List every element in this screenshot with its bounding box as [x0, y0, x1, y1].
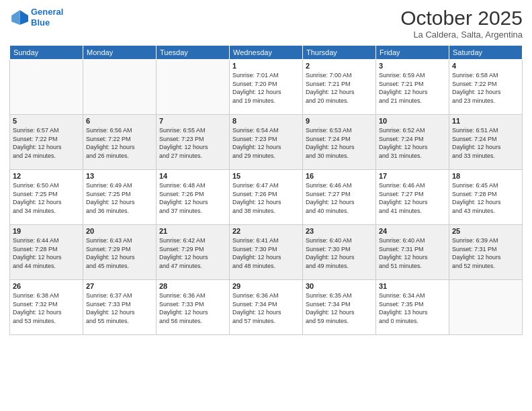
day-info: Sunrise: 6:45 AM Sunset: 7:28 PM Dayligh…	[452, 181, 519, 215]
day-info: Sunrise: 7:00 AM Sunset: 7:21 PM Dayligh…	[306, 71, 373, 105]
day-info: Sunrise: 6:53 AM Sunset: 7:24 PM Dayligh…	[306, 126, 373, 160]
calendar-cell: 3Sunrise: 6:59 AM Sunset: 7:21 PM Daylig…	[376, 60, 449, 115]
weekday-tuesday: Tuesday	[157, 46, 230, 60]
day-info: Sunrise: 6:34 AM Sunset: 7:35 PM Dayligh…	[379, 291, 446, 325]
day-info: Sunrise: 6:50 AM Sunset: 7:25 PM Dayligh…	[13, 181, 80, 215]
calendar-cell: 22Sunrise: 6:41 AM Sunset: 7:30 PM Dayli…	[230, 225, 303, 280]
calendar-cell: 14Sunrise: 6:48 AM Sunset: 7:26 PM Dayli…	[157, 170, 230, 225]
day-number: 28	[159, 282, 226, 290]
logo: General Blue	[9, 7, 63, 28]
day-info: Sunrise: 6:55 AM Sunset: 7:23 PM Dayligh…	[159, 126, 226, 160]
day-number: 7	[159, 117, 226, 125]
day-info: Sunrise: 6:44 AM Sunset: 7:28 PM Dayligh…	[13, 236, 80, 270]
calendar-cell: 11Sunrise: 6:51 AM Sunset: 7:24 PM Dayli…	[449, 115, 523, 170]
page: General Blue October 2025 La Caldera, Sa…	[0, 0, 532, 411]
calendar-cell: 25Sunrise: 6:39 AM Sunset: 7:31 PM Dayli…	[449, 225, 523, 280]
location: La Caldera, Salta, Argentina	[400, 30, 523, 40]
calendar-cell: 23Sunrise: 6:40 AM Sunset: 7:30 PM Dayli…	[303, 225, 376, 280]
calendar-cell: 9Sunrise: 6:53 AM Sunset: 7:24 PM Daylig…	[303, 115, 376, 170]
logo-icon	[9, 8, 28, 27]
header: General Blue October 2025 La Caldera, Sa…	[9, 7, 523, 40]
day-info: Sunrise: 6:47 AM Sunset: 7:26 PM Dayligh…	[232, 181, 300, 215]
weekday-thursday: Thursday	[303, 46, 376, 60]
calendar-cell: 21Sunrise: 6:42 AM Sunset: 7:29 PM Dayli…	[157, 225, 230, 280]
weekday-friday: Friday	[376, 46, 449, 60]
calendar-cell: 8Sunrise: 6:54 AM Sunset: 7:23 PM Daylig…	[230, 115, 303, 170]
day-number: 11	[452, 117, 519, 125]
day-info: Sunrise: 6:58 AM Sunset: 7:22 PM Dayligh…	[452, 71, 519, 105]
calendar-cell: 13Sunrise: 6:49 AM Sunset: 7:25 PM Dayli…	[83, 170, 157, 225]
calendar-week-5: 26Sunrise: 6:38 AM Sunset: 7:32 PM Dayli…	[10, 280, 523, 335]
day-info: Sunrise: 6:42 AM Sunset: 7:29 PM Dayligh…	[159, 236, 226, 270]
logo-text: General Blue	[31, 7, 63, 28]
day-number: 18	[452, 172, 519, 180]
day-info: Sunrise: 6:41 AM Sunset: 7:30 PM Dayligh…	[232, 236, 300, 270]
calendar-cell: 15Sunrise: 6:47 AM Sunset: 7:26 PM Dayli…	[230, 170, 303, 225]
day-info: Sunrise: 6:40 AM Sunset: 7:31 PM Dayligh…	[379, 236, 446, 270]
day-number: 12	[13, 172, 80, 180]
day-number: 5	[13, 117, 80, 125]
calendar-cell: 27Sunrise: 6:37 AM Sunset: 7:33 PM Dayli…	[83, 280, 157, 335]
day-number: 13	[86, 172, 153, 180]
calendar-cell: 1Sunrise: 7:01 AM Sunset: 7:20 PM Daylig…	[230, 60, 303, 115]
calendar-cell	[449, 280, 523, 335]
weekday-sunday: Sunday	[10, 46, 83, 60]
day-number: 9	[306, 117, 373, 125]
day-info: Sunrise: 6:49 AM Sunset: 7:25 PM Dayligh…	[86, 181, 153, 215]
day-info: Sunrise: 6:37 AM Sunset: 7:33 PM Dayligh…	[86, 291, 153, 325]
day-info: Sunrise: 6:35 AM Sunset: 7:34 PM Dayligh…	[306, 291, 373, 325]
calendar-cell: 28Sunrise: 6:36 AM Sunset: 7:33 PM Dayli…	[157, 280, 230, 335]
day-info: Sunrise: 6:36 AM Sunset: 7:33 PM Dayligh…	[159, 291, 226, 325]
header-right: October 2025 La Caldera, Salta, Argentin…	[400, 7, 523, 40]
svg-marker-0	[20, 10, 28, 25]
calendar-week-2: 5Sunrise: 6:57 AM Sunset: 7:22 PM Daylig…	[10, 115, 523, 170]
day-number: 16	[306, 172, 373, 180]
calendar-cell: 16Sunrise: 6:46 AM Sunset: 7:27 PM Dayli…	[303, 170, 376, 225]
day-number: 31	[379, 282, 446, 290]
calendar-cell: 20Sunrise: 6:43 AM Sunset: 7:29 PM Dayli…	[83, 225, 157, 280]
calendar-cell	[157, 60, 230, 115]
month-title: October 2025	[400, 7, 523, 30]
calendar-cell: 30Sunrise: 6:35 AM Sunset: 7:34 PM Dayli…	[303, 280, 376, 335]
calendar-cell: 17Sunrise: 6:46 AM Sunset: 7:27 PM Dayli…	[376, 170, 449, 225]
day-info: Sunrise: 6:38 AM Sunset: 7:32 PM Dayligh…	[13, 291, 80, 325]
calendar-cell: 12Sunrise: 6:50 AM Sunset: 7:25 PM Dayli…	[10, 170, 83, 225]
day-number: 29	[232, 282, 300, 290]
calendar-cell: 24Sunrise: 6:40 AM Sunset: 7:31 PM Dayli…	[376, 225, 449, 280]
day-info: Sunrise: 6:48 AM Sunset: 7:26 PM Dayligh…	[159, 181, 226, 215]
day-info: Sunrise: 6:56 AM Sunset: 7:22 PM Dayligh…	[86, 126, 153, 160]
calendar-cell: 10Sunrise: 6:52 AM Sunset: 7:24 PM Dayli…	[376, 115, 449, 170]
calendar-cell: 29Sunrise: 6:36 AM Sunset: 7:34 PM Dayli…	[230, 280, 303, 335]
calendar-cell: 4Sunrise: 6:58 AM Sunset: 7:22 PM Daylig…	[449, 60, 523, 115]
day-number: 19	[13, 227, 80, 235]
day-number: 8	[232, 117, 300, 125]
day-info: Sunrise: 6:52 AM Sunset: 7:24 PM Dayligh…	[379, 126, 446, 160]
calendar-cell: 31Sunrise: 6:34 AM Sunset: 7:35 PM Dayli…	[376, 280, 449, 335]
day-info: Sunrise: 6:43 AM Sunset: 7:29 PM Dayligh…	[86, 236, 153, 270]
calendar-cell: 18Sunrise: 6:45 AM Sunset: 7:28 PM Dayli…	[449, 170, 523, 225]
day-number: 26	[13, 282, 80, 290]
calendar-week-1: 1Sunrise: 7:01 AM Sunset: 7:20 PM Daylig…	[10, 60, 523, 115]
day-info: Sunrise: 6:39 AM Sunset: 7:31 PM Dayligh…	[452, 236, 519, 270]
calendar-week-3: 12Sunrise: 6:50 AM Sunset: 7:25 PM Dayli…	[10, 170, 523, 225]
day-info: Sunrise: 6:46 AM Sunset: 7:27 PM Dayligh…	[379, 181, 446, 215]
calendar-cell: 7Sunrise: 6:55 AM Sunset: 7:23 PM Daylig…	[157, 115, 230, 170]
day-number: 1	[232, 62, 300, 70]
day-number: 21	[159, 227, 226, 235]
day-number: 20	[86, 227, 153, 235]
calendar-cell	[83, 60, 157, 115]
calendar-cell	[10, 60, 83, 115]
day-info: Sunrise: 6:57 AM Sunset: 7:22 PM Dayligh…	[13, 126, 80, 160]
day-number: 25	[452, 227, 519, 235]
day-number: 2	[306, 62, 373, 70]
day-number: 4	[452, 62, 519, 70]
day-number: 23	[306, 227, 373, 235]
weekday-monday: Monday	[83, 46, 157, 60]
day-info: Sunrise: 6:59 AM Sunset: 7:21 PM Dayligh…	[379, 71, 446, 105]
calendar-cell: 19Sunrise: 6:44 AM Sunset: 7:28 PM Dayli…	[10, 225, 83, 280]
day-number: 14	[159, 172, 226, 180]
weekday-saturday: Saturday	[449, 46, 523, 60]
calendar-cell: 5Sunrise: 6:57 AM Sunset: 7:22 PM Daylig…	[10, 115, 83, 170]
day-number: 6	[86, 117, 153, 125]
day-info: Sunrise: 6:36 AM Sunset: 7:34 PM Dayligh…	[232, 291, 300, 325]
